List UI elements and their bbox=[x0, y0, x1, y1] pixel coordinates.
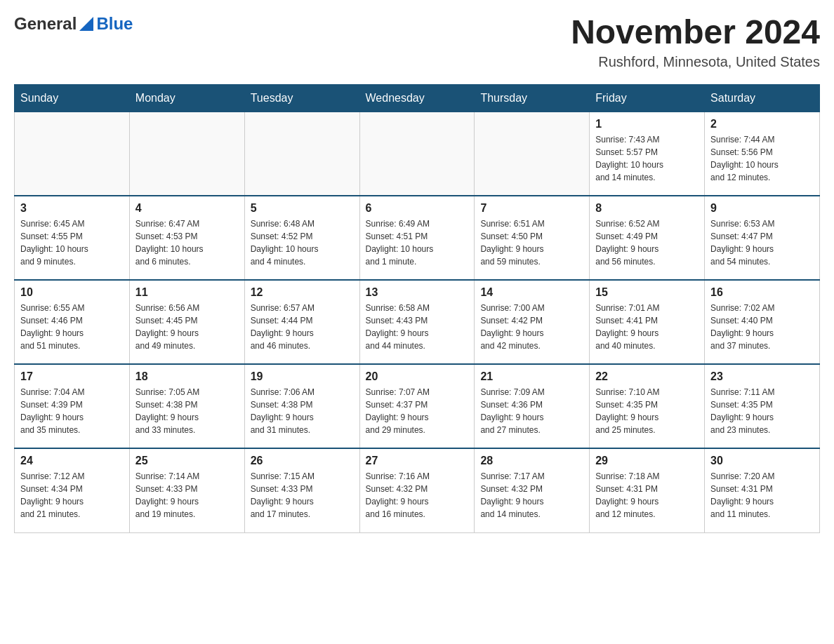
calendar-week-4: 17Sunrise: 7:04 AMSunset: 4:39 PMDayligh… bbox=[15, 364, 820, 448]
calendar-cell: 25Sunrise: 7:14 AMSunset: 4:33 PMDayligh… bbox=[129, 448, 244, 532]
calendar-table: SundayMondayTuesdayWednesdayThursdayFrid… bbox=[14, 84, 820, 533]
day-number: 21 bbox=[480, 370, 583, 383]
logo: General Blue bbox=[14, 14, 133, 34]
day-info: Sunrise: 7:06 AMSunset: 4:38 PMDaylight:… bbox=[251, 386, 354, 436]
svg-marker-0 bbox=[79, 17, 93, 31]
day-number: 13 bbox=[366, 286, 469, 299]
calendar-cell: 9Sunrise: 6:53 AMSunset: 4:47 PMDaylight… bbox=[705, 196, 820, 280]
calendar-cell: 18Sunrise: 7:05 AMSunset: 4:38 PMDayligh… bbox=[129, 364, 244, 448]
calendar-cell: 1Sunrise: 7:43 AMSunset: 5:57 PMDaylight… bbox=[590, 112, 705, 196]
day-number: 26 bbox=[251, 455, 354, 467]
day-number: 5 bbox=[251, 202, 354, 215]
day-info: Sunrise: 6:58 AMSunset: 4:43 PMDaylight:… bbox=[366, 302, 469, 352]
location-text: Rushford, Minnesota, United States bbox=[571, 54, 820, 70]
calendar-header-row: SundayMondayTuesdayWednesdayThursdayFrid… bbox=[15, 84, 820, 112]
calendar-cell: 8Sunrise: 6:52 AMSunset: 4:49 PMDaylight… bbox=[590, 196, 705, 280]
calendar-cell: 3Sunrise: 6:45 AMSunset: 4:55 PMDaylight… bbox=[15, 196, 130, 280]
calendar-cell: 6Sunrise: 6:49 AMSunset: 4:51 PMDaylight… bbox=[359, 196, 475, 280]
day-number: 25 bbox=[135, 455, 239, 467]
calendar-cell bbox=[129, 112, 244, 196]
day-number: 28 bbox=[480, 455, 583, 467]
day-number: 22 bbox=[595, 370, 699, 383]
day-info: Sunrise: 7:12 AMSunset: 4:34 PMDaylight:… bbox=[20, 470, 124, 521]
day-info: Sunrise: 7:04 AMSunset: 4:39 PMDaylight:… bbox=[20, 386, 124, 436]
calendar-cell: 24Sunrise: 7:12 AMSunset: 4:34 PMDayligh… bbox=[15, 448, 130, 532]
day-number: 29 bbox=[595, 455, 699, 467]
day-number: 18 bbox=[135, 370, 239, 383]
day-info: Sunrise: 7:16 AMSunset: 4:32 PMDaylight:… bbox=[366, 470, 469, 521]
calendar-cell: 26Sunrise: 7:15 AMSunset: 4:33 PMDayligh… bbox=[244, 448, 359, 532]
day-info: Sunrise: 7:01 AMSunset: 4:41 PMDaylight:… bbox=[595, 302, 699, 352]
day-number: 11 bbox=[135, 286, 239, 299]
day-info: Sunrise: 7:02 AMSunset: 4:40 PMDaylight:… bbox=[710, 302, 814, 352]
calendar-week-5: 24Sunrise: 7:12 AMSunset: 4:34 PMDayligh… bbox=[15, 448, 820, 532]
day-info: Sunrise: 6:49 AMSunset: 4:51 PMDaylight:… bbox=[366, 217, 469, 268]
day-info: Sunrise: 6:47 AMSunset: 4:53 PMDaylight:… bbox=[135, 217, 239, 268]
weekday-header-monday: Monday bbox=[129, 84, 244, 112]
calendar-cell: 5Sunrise: 6:48 AMSunset: 4:52 PMDaylight… bbox=[244, 196, 359, 280]
calendar-cell bbox=[359, 112, 475, 196]
page-header: General Blue November 2024 Rushford, Min… bbox=[14, 14, 820, 70]
day-number: 24 bbox=[20, 455, 124, 467]
weekday-header-sunday: Sunday bbox=[15, 84, 130, 112]
logo-general-text: General bbox=[14, 14, 77, 34]
calendar-cell: 28Sunrise: 7:17 AMSunset: 4:32 PMDayligh… bbox=[475, 448, 590, 532]
weekday-header-thursday: Thursday bbox=[475, 84, 590, 112]
day-number: 4 bbox=[135, 202, 239, 215]
calendar-cell bbox=[475, 112, 590, 196]
day-info: Sunrise: 6:53 AMSunset: 4:47 PMDaylight:… bbox=[710, 217, 814, 268]
calendar-week-1: 1Sunrise: 7:43 AMSunset: 5:57 PMDaylight… bbox=[15, 112, 820, 196]
day-number: 7 bbox=[480, 202, 583, 215]
calendar-cell: 2Sunrise: 7:44 AMSunset: 5:56 PMDaylight… bbox=[705, 112, 820, 196]
day-info: Sunrise: 7:15 AMSunset: 4:33 PMDaylight:… bbox=[251, 470, 354, 521]
calendar-cell: 19Sunrise: 7:06 AMSunset: 4:38 PMDayligh… bbox=[244, 364, 359, 448]
day-number: 19 bbox=[251, 370, 354, 383]
day-number: 23 bbox=[710, 370, 814, 383]
title-section: November 2024 Rushford, Minnesota, Unite… bbox=[571, 14, 820, 70]
calendar-cell: 7Sunrise: 6:51 AMSunset: 4:50 PMDaylight… bbox=[475, 196, 590, 280]
calendar-cell: 20Sunrise: 7:07 AMSunset: 4:37 PMDayligh… bbox=[359, 364, 475, 448]
day-info: Sunrise: 7:11 AMSunset: 4:35 PMDaylight:… bbox=[710, 386, 814, 436]
calendar-cell: 15Sunrise: 7:01 AMSunset: 4:41 PMDayligh… bbox=[590, 280, 705, 364]
day-number: 1 bbox=[595, 118, 699, 130]
day-number: 6 bbox=[366, 202, 469, 215]
day-number: 2 bbox=[710, 118, 814, 130]
day-info: Sunrise: 6:56 AMSunset: 4:45 PMDaylight:… bbox=[135, 302, 239, 352]
calendar-cell bbox=[244, 112, 359, 196]
day-number: 20 bbox=[366, 370, 469, 383]
day-number: 10 bbox=[20, 286, 124, 299]
calendar-cell: 27Sunrise: 7:16 AMSunset: 4:32 PMDayligh… bbox=[359, 448, 475, 532]
day-info: Sunrise: 6:55 AMSunset: 4:46 PMDaylight:… bbox=[20, 302, 124, 352]
day-number: 27 bbox=[366, 455, 469, 467]
day-info: Sunrise: 7:05 AMSunset: 4:38 PMDaylight:… bbox=[135, 386, 239, 436]
day-info: Sunrise: 7:20 AMSunset: 4:31 PMDaylight:… bbox=[710, 470, 814, 521]
day-number: 9 bbox=[710, 202, 814, 215]
weekday-header-tuesday: Tuesday bbox=[244, 84, 359, 112]
day-info: Sunrise: 6:48 AMSunset: 4:52 PMDaylight:… bbox=[251, 217, 354, 268]
calendar-cell: 29Sunrise: 7:18 AMSunset: 4:31 PMDayligh… bbox=[590, 448, 705, 532]
calendar-cell: 12Sunrise: 6:57 AMSunset: 4:44 PMDayligh… bbox=[244, 280, 359, 364]
day-number: 17 bbox=[20, 370, 124, 383]
calendar-cell: 21Sunrise: 7:09 AMSunset: 4:36 PMDayligh… bbox=[475, 364, 590, 448]
day-number: 16 bbox=[710, 286, 814, 299]
day-info: Sunrise: 7:07 AMSunset: 4:37 PMDaylight:… bbox=[366, 386, 469, 436]
day-info: Sunrise: 6:45 AMSunset: 4:55 PMDaylight:… bbox=[20, 217, 124, 268]
calendar-cell: 11Sunrise: 6:56 AMSunset: 4:45 PMDayligh… bbox=[129, 280, 244, 364]
calendar-cell: 22Sunrise: 7:10 AMSunset: 4:35 PMDayligh… bbox=[590, 364, 705, 448]
calendar-cell: 14Sunrise: 7:00 AMSunset: 4:42 PMDayligh… bbox=[475, 280, 590, 364]
day-number: 15 bbox=[595, 286, 699, 299]
month-title: November 2024 bbox=[571, 14, 820, 51]
calendar-cell: 13Sunrise: 6:58 AMSunset: 4:43 PMDayligh… bbox=[359, 280, 475, 364]
day-number: 12 bbox=[251, 286, 354, 299]
calendar-cell: 23Sunrise: 7:11 AMSunset: 4:35 PMDayligh… bbox=[705, 364, 820, 448]
day-info: Sunrise: 6:57 AMSunset: 4:44 PMDaylight:… bbox=[251, 302, 354, 352]
calendar-cell: 4Sunrise: 6:47 AMSunset: 4:53 PMDaylight… bbox=[129, 196, 244, 280]
calendar-cell bbox=[15, 112, 130, 196]
day-info: Sunrise: 6:52 AMSunset: 4:49 PMDaylight:… bbox=[595, 217, 699, 268]
day-info: Sunrise: 7:43 AMSunset: 5:57 PMDaylight:… bbox=[595, 133, 699, 184]
calendar-cell: 10Sunrise: 6:55 AMSunset: 4:46 PMDayligh… bbox=[15, 280, 130, 364]
weekday-header-saturday: Saturday bbox=[705, 84, 820, 112]
day-info: Sunrise: 7:00 AMSunset: 4:42 PMDaylight:… bbox=[480, 302, 583, 352]
calendar-cell: 16Sunrise: 7:02 AMSunset: 4:40 PMDayligh… bbox=[705, 280, 820, 364]
day-info: Sunrise: 7:14 AMSunset: 4:33 PMDaylight:… bbox=[135, 470, 239, 521]
